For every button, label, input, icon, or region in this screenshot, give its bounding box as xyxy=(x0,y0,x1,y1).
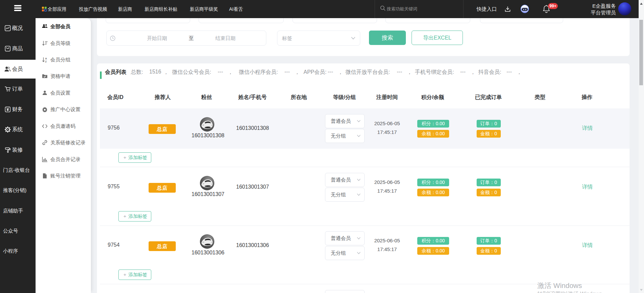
svg-text:A: A xyxy=(45,57,47,60)
svg-text:Z: Z xyxy=(45,60,47,63)
